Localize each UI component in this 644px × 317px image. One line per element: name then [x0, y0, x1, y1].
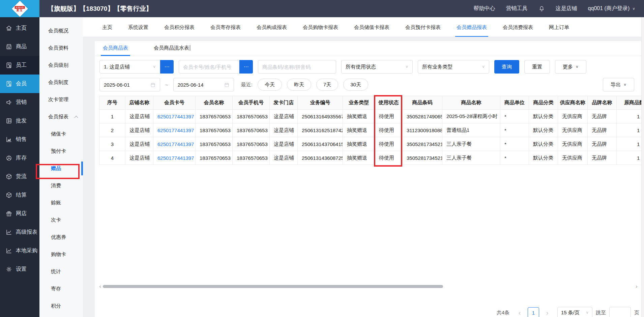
member-search-input[interactable] — [179, 60, 239, 74]
export-button[interactable]: 导出 ∨ — [603, 78, 634, 91]
submenu-item-label: 次卡 — [51, 217, 61, 223]
quick-range-button[interactable]: 今天 — [258, 79, 282, 91]
current-page[interactable]: 1 — [528, 307, 539, 317]
subtab[interactable]: 会员商品表 — [101, 45, 130, 56]
subtab[interactable]: 会员商品流水表 — [152, 45, 192, 56]
product-search-input[interactable] — [258, 60, 336, 74]
store-more-button[interactable]: ⋯ — [160, 60, 174, 74]
tab[interactable]: 网上订单 — [549, 17, 569, 37]
tab[interactable]: 会员购物卡报表 — [303, 17, 338, 37]
submenu-item[interactable]: 统计 — [39, 263, 83, 280]
primary-nav-item[interactable]: 本地采购 — [0, 241, 39, 260]
primary-nav-item[interactable]: 销售 — [0, 130, 39, 149]
quick-range-button[interactable]: 昨天 — [287, 79, 311, 91]
vertical-scrollbar[interactable] — [641, 17, 644, 317]
more-button[interactable]: 更多 ∨ — [555, 60, 586, 74]
primary-nav-item[interactable]: 商品 — [0, 37, 39, 56]
submenu-item[interactable]: 赊账 — [39, 194, 83, 211]
tab[interactable]: 会员储值卡报表 — [354, 17, 389, 37]
table-row[interactable]: 2这是店铺62501774413971837657065318376570653… — [99, 123, 644, 137]
primary-nav-item[interactable]: 员工 — [0, 56, 39, 75]
tab-label: 会员赠品报表 — [457, 24, 487, 30]
submenu-item[interactable]: 赠品 — [39, 160, 83, 177]
submenu-item[interactable]: 会员概况 — [39, 22, 83, 39]
table-cell: 3505281734521 — [403, 137, 442, 151]
primary-nav-item[interactable]: 高级报表 — [0, 223, 39, 241]
primary-nav-label: 结算 — [16, 192, 27, 199]
submenu-item[interactable]: 积分 — [39, 297, 83, 315]
table-cell: 4 — [99, 151, 125, 165]
table-cell: 250613164935567 — [298, 110, 343, 123]
page-size-select[interactable]: 15 条/页 ∨ — [557, 307, 592, 317]
primary-nav-item[interactable]: 网店 — [0, 204, 39, 223]
member-more-button[interactable]: ⋯ — [239, 60, 253, 74]
submenu-item[interactable]: 会员制度 — [39, 74, 83, 91]
tab-label: 系统设置 — [128, 24, 148, 30]
scroll-right-icon[interactable]: › — [635, 284, 639, 289]
submenu-item-label: 会员制度 — [48, 79, 68, 86]
primary-nav-item[interactable]: 结算 — [0, 186, 39, 204]
table-row[interactable]: 4这是店铺62501774413971837657065318376570653… — [99, 151, 644, 165]
quick-range-button[interactable]: 30天 — [343, 79, 368, 91]
help-center-link[interactable]: 帮助中心 — [474, 5, 495, 12]
scroll-left-icon[interactable]: ‹ — [98, 284, 102, 289]
shop-name[interactable]: 这是店铺 — [556, 5, 577, 12]
submenu-item[interactable]: 次卡管理 — [39, 91, 83, 108]
submenu-item-label: 会员概况 — [48, 28, 68, 34]
submenu-item[interactable]: 寄存 — [39, 280, 83, 297]
table-cell: 这是店铺 — [270, 123, 298, 137]
tab[interactable]: 会员消费报表 — [503, 17, 533, 37]
tab[interactable]: 系统设置 — [128, 17, 148, 37]
primary-nav-item[interactable]: 主页 — [0, 19, 39, 37]
submenu-item[interactable]: 预付卡 — [39, 143, 83, 160]
table-row[interactable]: 1这是店铺62501774413971837657065318376570653… — [99, 110, 644, 123]
jump-page-input[interactable] — [609, 307, 631, 317]
pagination: 共4条 ‹ 1 › 15 条/页 ∨ 跳至 页 — [497, 307, 639, 317]
submenu-item[interactable]: 会员资料 — [39, 39, 83, 57]
usage-status-select[interactable]: 所有使用状态 ∨ — [341, 60, 413, 74]
submenu-item[interactable]: 消费 — [39, 177, 83, 194]
table-row[interactable]: 3这是店铺62501774413971837657065318376570653… — [99, 137, 644, 151]
table-cell: 无供应商 — [558, 123, 588, 137]
submenu-item[interactable]: 优惠券 — [39, 229, 83, 246]
primary-nav-item[interactable]: 库存 — [0, 149, 39, 167]
tab[interactable]: 会员预付卡报表 — [405, 17, 441, 37]
submenu-item[interactable]: 会员报表 — [39, 108, 83, 125]
tab[interactable]: 会员寄存报表 — [210, 17, 241, 37]
primary-nav-label: 高级报表 — [16, 229, 37, 236]
marketing-tools-link[interactable]: 营销工具 — [506, 5, 528, 12]
primary-nav-item[interactable]: 会员 — [0, 75, 39, 93]
submenu-item[interactable]: 储值卡 — [39, 125, 83, 143]
horizontal-scrollbar[interactable]: ‹ › — [98, 284, 639, 289]
primary-nav-item[interactable]: 货流 — [0, 167, 39, 186]
chevron-down-icon: ∨ — [623, 83, 626, 87]
submenu-item[interactable]: 次卡 — [39, 211, 83, 229]
prev-page-button[interactable]: ‹ — [515, 307, 524, 317]
primary-nav-item[interactable]: 设置 — [0, 260, 39, 279]
quick-range-button[interactable]: 7天 — [316, 79, 338, 91]
primary-nav-item[interactable]: 批发 — [0, 112, 39, 130]
reset-button[interactable]: 重置 — [524, 60, 550, 74]
tab[interactable]: 会员积分报表 — [164, 17, 195, 37]
date-from-picker[interactable]: 2025-06-01 — [99, 78, 160, 91]
primary-nav-item[interactable]: 营销 — [0, 93, 39, 112]
gear-icon — [5, 266, 12, 273]
submenu-item[interactable]: 购物卡 — [39, 246, 83, 263]
account-menu[interactable]: qq001 (商户登录) ∨ — [588, 5, 635, 12]
store-select[interactable]: 1. 这是店铺 ∨ — [99, 60, 160, 74]
next-page-button[interactable]: › — [543, 307, 552, 317]
search-button[interactable]: 查询 — [494, 60, 519, 74]
bell-icon[interactable] — [538, 5, 545, 12]
submenu-item[interactable]: 会员级别 — [39, 57, 83, 74]
tab[interactable]: 会员赠品报表 — [457, 17, 487, 37]
column-header: 业务类型 — [343, 96, 375, 110]
table-cell: 18376570653 — [233, 137, 270, 151]
tab[interactable]: 主页 — [102, 17, 112, 37]
app-logo[interactable]: AIBAO 爱宝 — [0, 0, 39, 17]
scrollbar-thumb[interactable] — [103, 285, 443, 288]
business-type-select[interactable]: 所有业务类型 ∨ — [418, 60, 489, 74]
column-header: 发卡门店 — [270, 96, 298, 110]
date-to-picker[interactable]: 2025-06-14 — [173, 78, 234, 91]
tab[interactable]: 会员构成报表 — [257, 17, 287, 37]
table-cell: 1 — [617, 151, 644, 165]
